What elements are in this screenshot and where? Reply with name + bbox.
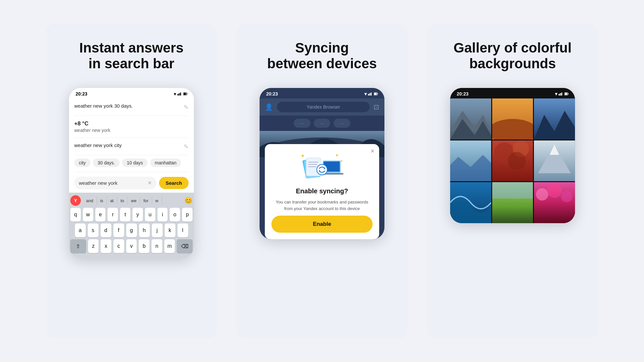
svg-rect-5 [184, 93, 186, 95]
chip-30days[interactable]: 30 days. [93, 159, 120, 167]
yandex-logo-key[interactable]: Y [70, 195, 81, 206]
sync-close-button[interactable]: ✕ [370, 148, 375, 154]
emoji-key[interactable]: 😊 [184, 197, 193, 204]
key-t[interactable]: t [120, 208, 130, 222]
search-bar-row: weather new york ✕ Search [74, 172, 189, 193]
key-z[interactable]: z [88, 239, 99, 253]
search-card-title: Instant answersin search bar [79, 40, 183, 72]
suggestion-to[interactable]: to [117, 197, 128, 204]
svg-point-55 [536, 188, 548, 201]
key-p[interactable]: p [182, 208, 193, 222]
key-i[interactable]: i [157, 208, 168, 222]
key-w[interactable]: w [83, 208, 93, 222]
suggestion-and[interactable]: and [83, 197, 97, 204]
svg-point-56 [547, 183, 562, 198]
svg-point-39 [492, 119, 533, 139]
edit-icon-1[interactable]: ✎ [184, 104, 189, 111]
key-shift[interactable]: ⇧ [70, 239, 86, 253]
chip-manhattan[interactable]: manhattan [150, 159, 181, 167]
sync-tab-3[interactable]: ··· [334, 119, 350, 128]
search-phone-mock: 20:23 ▾ w [69, 88, 194, 258]
key-o[interactable]: o [170, 208, 180, 222]
key-r[interactable]: r [107, 208, 118, 222]
weather-temp: +8 °C [74, 120, 189, 127]
key-h[interactable]: h [139, 224, 150, 237]
sync-tab-2[interactable]: ··· [314, 119, 331, 128]
key-k[interactable]: k [165, 224, 175, 237]
tabs-icon[interactable]: ⊡ [374, 103, 379, 111]
key-c[interactable]: c [113, 239, 124, 253]
sync-illustration: ★ ★ ★ [299, 151, 345, 183]
key-y[interactable]: y [132, 208, 143, 222]
edit-icon-2[interactable]: ✎ [184, 143, 189, 150]
svg-point-47 [508, 152, 526, 170]
city-chips-row: city 30 days. 10 days manhattan [74, 155, 189, 172]
gallery-cell-bluemtn[interactable] [534, 98, 575, 139]
sync-signal-icon [368, 92, 373, 96]
search-button[interactable]: Search [159, 177, 189, 189]
sync-url-bar[interactable]: Yandex Browser [277, 102, 370, 112]
svg-rect-10 [378, 93, 378, 95]
sync-dialog-overlay: ✕ [265, 144, 379, 239]
gallery-cell-ice[interactable] [450, 140, 491, 181]
suggestion-we[interactable]: we [128, 197, 140, 204]
key-m[interactable]: m [164, 239, 175, 253]
statusbar-time: 20:23 [76, 91, 87, 96]
search-results-area: weather new york 30 days. ✎ +8 °C weathe… [69, 98, 194, 193]
clear-icon[interactable]: ✕ [148, 180, 152, 186]
sync-feature-card: Syncingbetween devices 20:23 ▾ [237, 24, 407, 339]
result-text-1: weather new york 30 days. [74, 103, 133, 109]
key-s[interactable]: s [88, 224, 99, 237]
chip-city[interactable]: city [74, 159, 90, 167]
svg-rect-30 [560, 93, 561, 96]
chip-10days[interactable]: 10 days [122, 159, 148, 167]
suggestion-is[interactable]: is [97, 197, 107, 204]
key-v[interactable]: v [126, 239, 137, 253]
search-feature-card: Instant answersin search bar 20:23 ▾ [46, 24, 217, 339]
weather-result: +8 °C weather new york [74, 116, 189, 138]
key-a[interactable]: a [75, 224, 86, 237]
suggestion-at[interactable]: at [107, 197, 117, 204]
svg-rect-8 [371, 93, 372, 96]
page-container: Instant answersin search bar 20:23 ▾ [13, 4, 631, 358]
sync-tab-1[interactable]: ··· [294, 119, 310, 128]
gallery-cell-autumn[interactable] [492, 140, 533, 181]
svg-point-23 [317, 164, 327, 175]
profile-icon[interactable]: 👤 [265, 103, 273, 111]
key-x[interactable]: x [101, 239, 111, 253]
gallery-cell-tulips[interactable] [534, 182, 575, 223]
keyboard: Y and is at to we for w 😊 q w e r t y [69, 193, 194, 258]
sync-statusbar: 20:23 ▾ [260, 88, 384, 98]
key-g[interactable]: g [126, 224, 137, 237]
gallery-cell-fuji[interactable] [534, 140, 575, 181]
key-n[interactable]: n [151, 239, 162, 253]
key-f[interactable]: f [113, 224, 124, 237]
key-d[interactable]: d [101, 224, 111, 237]
svg-rect-4 [187, 93, 188, 95]
sync-card-title: Syncingbetween devices [267, 40, 377, 72]
gallery-cell-field[interactable] [492, 182, 533, 223]
key-u[interactable]: u [145, 208, 155, 222]
key-j[interactable]: j [152, 224, 163, 237]
result-text-2: weather new york city [74, 142, 122, 148]
suggestion-w[interactable]: w [152, 197, 162, 204]
search-input-box[interactable]: weather new york ✕ [74, 177, 156, 189]
battery-icon [183, 92, 187, 96]
sync-dialog-title: Enable syncing? [296, 187, 348, 195]
key-l[interactable]: l [177, 224, 188, 237]
gallery-cell-wave[interactable] [450, 182, 491, 223]
key-backspace[interactable]: ⌫ [177, 239, 193, 253]
sync-dialog-desc: You can transfer your bookmarks and pass… [271, 199, 373, 212]
key-e[interactable]: e [95, 208, 106, 222]
svg-rect-6 [368, 94, 369, 96]
gallery-phone-mock: 20:23 ▾ [450, 88, 575, 223]
sync-enable-button[interactable]: Enable [271, 216, 373, 233]
sync-tabs-row: ··· ··· ··· [260, 116, 384, 131]
key-b[interactable]: b [139, 239, 150, 253]
search-statusbar: 20:23 ▾ [69, 88, 194, 98]
suggestion-for[interactable]: for [140, 197, 152, 204]
gallery-cell-desert[interactable] [492, 98, 533, 139]
key-q[interactable]: q [70, 208, 81, 222]
gallery-cell-mountains[interactable] [450, 98, 491, 139]
gallery-statusbar: 20:23 ▾ [450, 88, 575, 98]
